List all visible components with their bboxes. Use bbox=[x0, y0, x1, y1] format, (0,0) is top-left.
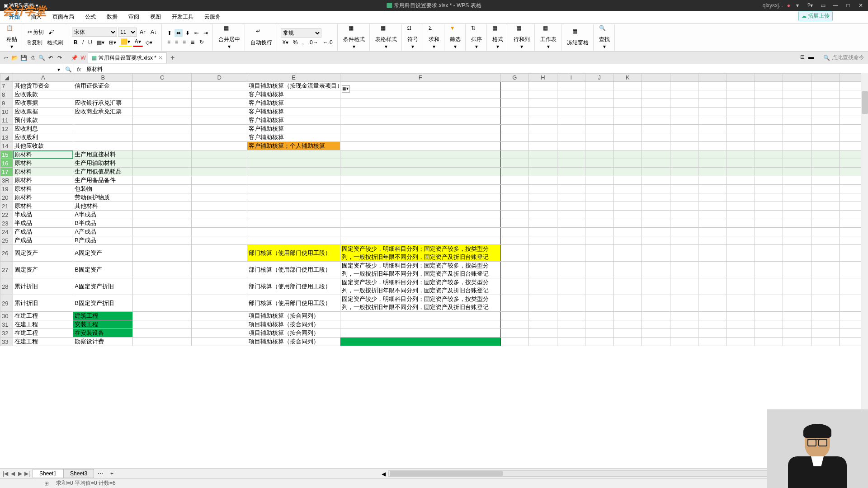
cell[interactable] bbox=[247, 176, 340, 185]
cell[interactable] bbox=[247, 185, 340, 193]
cell[interactable] bbox=[192, 228, 247, 236]
cell[interactable]: 固定资产 bbox=[13, 262, 73, 278]
cell[interactable] bbox=[192, 193, 247, 202]
align-right-button[interactable]: ≡ bbox=[181, 38, 188, 46]
row-header[interactable]: 10 bbox=[0, 108, 13, 116]
cell[interactable]: 在建工程 bbox=[13, 338, 73, 346]
cell[interactable] bbox=[133, 99, 192, 108]
row-header[interactable]: 9 bbox=[0, 99, 13, 108]
symbol-button[interactable]: Ω符号▾ bbox=[406, 23, 420, 52]
cell[interactable]: B产成品 bbox=[73, 236, 133, 245]
row-header[interactable]: 19 bbox=[0, 185, 13, 193]
qat-redo-icon[interactable]: ↷ bbox=[55, 53, 64, 62]
cell[interactable] bbox=[192, 329, 247, 338]
clear-format-button[interactable]: ◇▾ bbox=[144, 38, 154, 47]
align-middle-button[interactable]: ⬌ bbox=[175, 29, 183, 37]
menu-layout[interactable]: 页面布局 bbox=[47, 11, 80, 23]
cell[interactable] bbox=[133, 312, 192, 320]
sheet-nav-last-icon[interactable]: ▶| bbox=[24, 470, 31, 477]
cut-button[interactable]: ✂ 剪切 bbox=[26, 28, 46, 37]
cell[interactable] bbox=[133, 278, 192, 295]
align-left-button[interactable]: ≡ bbox=[165, 38, 172, 46]
cell[interactable] bbox=[340, 185, 500, 193]
cell[interactable] bbox=[133, 211, 192, 219]
cell[interactable] bbox=[340, 159, 500, 168]
decrease-indent-button[interactable]: ⇤ bbox=[193, 29, 201, 37]
row-header[interactable]: 17 bbox=[0, 168, 13, 176]
cell[interactable] bbox=[192, 295, 247, 312]
cell[interactable]: 预付账款 bbox=[13, 116, 73, 125]
cell[interactable] bbox=[340, 320, 500, 329]
cell[interactable] bbox=[133, 116, 192, 125]
tab-close-button[interactable]: ✕ bbox=[158, 55, 163, 61]
cell[interactable]: 原材料 bbox=[13, 168, 73, 176]
cell[interactable] bbox=[73, 133, 133, 142]
cell[interactable]: 部门核算（使用部门使用工段） bbox=[247, 245, 340, 262]
sheet-nav-prev-icon[interactable]: ◀ bbox=[9, 470, 16, 477]
row-header[interactable]: 22 bbox=[0, 211, 13, 219]
cell[interactable] bbox=[73, 90, 133, 99]
cell[interactable]: 累计折旧 bbox=[13, 278, 73, 295]
hsb-thumb[interactable] bbox=[390, 471, 503, 476]
fx-icon[interactable]: fx bbox=[74, 66, 84, 73]
notification-icon[interactable]: ● bbox=[787, 2, 790, 9]
row-header[interactable]: 30 bbox=[0, 312, 13, 320]
row-header[interactable]: 32 bbox=[0, 329, 13, 338]
cell[interactable]: 生产用直接材料 bbox=[73, 150, 133, 159]
row-header[interactable]: 33 bbox=[0, 338, 13, 346]
merge-button[interactable]: ▦合并居中▾ bbox=[217, 23, 242, 52]
cell[interactable] bbox=[192, 133, 247, 142]
cell[interactable]: 部门核算（使用部门使用工段） bbox=[247, 295, 340, 312]
cell[interactable]: 原材料 bbox=[13, 176, 73, 185]
cell[interactable] bbox=[73, 142, 133, 150]
cell[interactable]: 应收商业承兑汇票 bbox=[73, 108, 133, 116]
cell[interactable] bbox=[192, 90, 247, 99]
qat-pin-icon[interactable]: 📌 bbox=[70, 53, 79, 62]
cell[interactable]: 信用证保证金 bbox=[73, 82, 133, 90]
search-name-icon[interactable]: 🔍 bbox=[65, 66, 72, 73]
col-header-D[interactable]: D bbox=[192, 74, 247, 82]
menu-review[interactable]: 审阅 bbox=[123, 11, 145, 23]
format-painter-label[interactable]: 格式刷 bbox=[45, 38, 65, 47]
vertical-scrollbar[interactable] bbox=[861, 73, 868, 468]
cell[interactable]: 应收票据 bbox=[13, 108, 73, 116]
cell[interactable] bbox=[340, 329, 500, 338]
menu-data[interactable]: 数据 bbox=[101, 11, 123, 23]
row-header[interactable]: 29 bbox=[0, 295, 13, 312]
tab-add-button[interactable]: + bbox=[167, 54, 178, 62]
row-header[interactable]: 20 bbox=[0, 193, 13, 202]
cell[interactable]: 固定资产较少，明细科目分列；固定资产较多，按类型分列，一般按折旧年限不同分列，固… bbox=[340, 295, 500, 312]
cell[interactable]: 其他应收款 bbox=[13, 142, 73, 150]
cell[interactable]: 项目辅助核算（按现金流量表项目） bbox=[247, 82, 340, 90]
cell[interactable]: 安装工程 bbox=[73, 320, 133, 329]
cell[interactable]: 半成品 bbox=[13, 219, 73, 228]
cell[interactable]: B固定资产 bbox=[73, 262, 133, 278]
cell[interactable] bbox=[192, 116, 247, 125]
cell[interactable] bbox=[192, 236, 247, 245]
cell[interactable] bbox=[340, 108, 500, 116]
cell[interactable] bbox=[340, 150, 500, 159]
cell[interactable] bbox=[247, 168, 340, 176]
cell[interactable] bbox=[340, 116, 500, 125]
decrease-font-button[interactable]: A↓ bbox=[149, 28, 159, 36]
cell[interactable]: 客户辅助核算 bbox=[247, 133, 340, 142]
font-color-button[interactable]: A▾ bbox=[133, 38, 143, 47]
cell[interactable] bbox=[133, 202, 192, 211]
row-header[interactable]: 28 bbox=[0, 278, 13, 295]
cell[interactable]: 客户辅助核算 bbox=[247, 108, 340, 116]
freeze-button[interactable]: ▦冻结窗格 bbox=[565, 26, 590, 48]
close-button[interactable]: ✕ bbox=[855, 1, 866, 10]
cell[interactable] bbox=[133, 219, 192, 228]
menu-view[interactable]: 视图 bbox=[145, 11, 166, 23]
cell[interactable] bbox=[340, 236, 500, 245]
cell[interactable]: 部门核算（使用部门使用工段） bbox=[247, 262, 340, 278]
cell[interactable] bbox=[247, 202, 340, 211]
cell[interactable] bbox=[192, 312, 247, 320]
cell[interactable]: 固定资产较少，明细科目分列；固定资产较多，按类型分列，一般按折旧年限不同分列，固… bbox=[340, 262, 500, 278]
cell[interactable]: 项目辅助核算（按合同列） bbox=[247, 320, 340, 329]
row-header[interactable]: 8 bbox=[0, 90, 13, 99]
align-justify-button[interactable]: ≣ bbox=[189, 38, 197, 46]
cell[interactable] bbox=[340, 312, 500, 320]
cell[interactable]: 客户辅助核算；个人辅助核算 bbox=[247, 142, 340, 150]
row-header[interactable]: 26 bbox=[0, 245, 13, 262]
